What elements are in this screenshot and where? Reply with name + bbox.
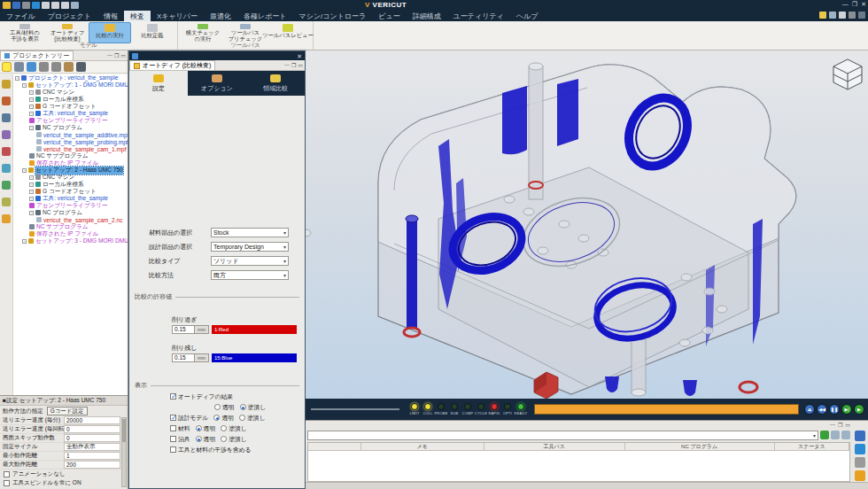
menu-2[interactable]: 情報 <box>97 11 124 22</box>
radio-button[interactable] <box>196 425 202 431</box>
expander-icon[interactable]: - <box>22 239 27 244</box>
checkbox[interactable] <box>170 436 176 442</box>
menu-0[interactable]: ファイル <box>0 11 42 22</box>
open-folder-icon[interactable] <box>3 2 11 9</box>
menu-9[interactable]: 詳細構成 <box>407 11 447 22</box>
tree-item[interactable]: vericut_the_sample_probing.mpf <box>13 138 128 145</box>
folder-icon[interactable] <box>2 214 11 223</box>
dialog-ctl-0[interactable]: — <box>284 62 290 68</box>
tab-motion-type[interactable]: 動作方法の指定 <box>3 408 43 415</box>
radio-button[interactable] <box>196 436 202 442</box>
layout-wide-icon[interactable] <box>61 2 69 9</box>
expander-icon[interactable]: - <box>29 211 34 215</box>
radio-button[interactable] <box>214 404 221 410</box>
expander-icon[interactable]: - <box>29 126 34 130</box>
dialog-tab-領域比較[interactable]: 領域比較 <box>246 71 305 96</box>
checkbox[interactable] <box>4 480 10 486</box>
play-button[interactable]: ▶ <box>854 404 864 415</box>
tree-item[interactable]: -NC プログラム <box>13 124 128 131</box>
machine-bank-icon[interactable] <box>14 62 24 72</box>
close-button[interactable]: ✕ <box>861 1 866 8</box>
rewind-button[interactable]: ◀◀ <box>817 404 827 415</box>
filter-icon[interactable] <box>855 457 865 468</box>
graph-icon[interactable] <box>2 181 11 190</box>
settings-value-input[interactable]: 1 <box>64 452 120 460</box>
step-button[interactable]: ▶| <box>841 404 852 415</box>
log-note-icon[interactable] <box>855 470 865 481</box>
radio-button[interactable] <box>239 415 245 421</box>
menu-5[interactable]: 最適化 <box>204 11 237 22</box>
radio-button[interactable] <box>221 425 227 431</box>
menu-1[interactable]: プロジェクト <box>42 11 97 22</box>
3d-viewport[interactable] <box>306 50 868 399</box>
refresh-icon[interactable] <box>820 431 829 439</box>
tolerance-color-swatch[interactable]: 1:Red <box>212 325 297 334</box>
sticky-note-icon[interactable] <box>819 12 826 19</box>
ribbon-button-toolpath-review[interactable]: ツールパスレビュー <box>267 22 309 43</box>
logger-ctl-0[interactable]: — <box>830 422 835 428</box>
tolerance-color-swatch[interactable]: 15:Blue <box>212 353 297 362</box>
checkbox[interactable] <box>170 415 176 421</box>
field-select-0[interactable]: Stock▾ <box>211 228 289 237</box>
gears-icon[interactable] <box>2 130 11 139</box>
tree-ctl-0[interactable]: — <box>107 52 112 58</box>
expander-icon[interactable]: - <box>29 190 34 194</box>
settings-value-input[interactable]: 200 <box>64 461 120 469</box>
save-view-icon[interactable] <box>855 431 865 441</box>
ribbon-button-toolpath-precheck[interactable]: ツールパスプリチェック <box>224 22 267 43</box>
tool-icon[interactable] <box>2 164 11 173</box>
ribbon-button-auto-diff[interactable]: オートディフ(比較検査) <box>46 22 89 43</box>
layout-single-icon[interactable] <box>42 2 50 9</box>
tree-item[interactable]: -NC プログラム <box>13 209 128 216</box>
radio-button[interactable] <box>213 415 220 421</box>
search-icon[interactable] <box>829 12 836 19</box>
pencil-icon[interactable] <box>2 80 11 89</box>
logger-filter-combo[interactable]: ▾ <box>307 431 818 440</box>
pause-button[interactable]: ❚❚ <box>829 404 840 415</box>
collapse-ribbon-icon[interactable] <box>858 12 865 19</box>
settings-value-input[interactable]: 0 <box>64 434 120 442</box>
settings-value-input[interactable]: 20000 <box>64 416 120 424</box>
report-icon[interactable] <box>2 147 11 156</box>
help-icon[interactable] <box>839 12 846 19</box>
radio-button[interactable] <box>221 436 227 442</box>
tree-item[interactable]: vericut_the_sample_additive.mpf <box>13 131 128 138</box>
stop-button[interactable]: ⏏ <box>804 404 815 415</box>
minimize-button[interactable]: — <box>842 1 849 8</box>
speed-slider[interactable] <box>311 408 399 410</box>
checkbox[interactable] <box>170 425 176 431</box>
tab-gcode-settings[interactable]: Gコード設定 <box>47 407 88 415</box>
menu-8[interactable]: ビュー <box>372 11 406 22</box>
expander-icon[interactable]: - <box>29 97 34 102</box>
settings-scrollbar[interactable] <box>121 417 127 487</box>
menu-11[interactable]: ヘルプ <box>510 11 545 22</box>
field-select-3[interactable]: 両方▾ <box>211 270 289 280</box>
checkbox[interactable] <box>170 446 176 453</box>
expander-icon[interactable]: - <box>29 175 34 180</box>
ribbon-button-tool-stock-collision[interactable]: 工具/材料の干渉を表示 <box>4 22 46 43</box>
monitor-icon[interactable] <box>2 113 11 122</box>
export-icon[interactable] <box>64 62 74 72</box>
lock-icon[interactable] <box>2 97 11 105</box>
menu-4[interactable]: Xキャリパー <box>151 11 204 22</box>
layout-split-icon[interactable] <box>51 2 59 9</box>
tree-item[interactable]: -セットアップ: 3 - DMG MORI DMU50 <box>13 237 128 244</box>
settings-value-input[interactable]: 全動作表示 <box>64 443 120 451</box>
search-binoculars-icon[interactable] <box>76 62 86 72</box>
info-icon[interactable] <box>32 2 40 9</box>
expander-icon[interactable]: - <box>22 83 27 88</box>
restore-button[interactable]: ❐ <box>852 1 857 8</box>
ribbon-button-syntax-check[interactable]: 構文チェックの実行 <box>182 22 224 43</box>
checkbox[interactable] <box>170 393 176 400</box>
components-icon[interactable] <box>27 62 36 72</box>
edit-highlight-icon[interactable] <box>2 62 12 72</box>
save-icon[interactable] <box>12 2 20 9</box>
menu-7[interactable]: マシン/コントローラ <box>293 11 373 22</box>
notes-icon[interactable] <box>2 198 11 206</box>
expander-icon[interactable]: - <box>15 76 19 81</box>
checkbox[interactable] <box>4 471 10 477</box>
tolerance-value-input[interactable]: 0.15 <box>172 353 195 362</box>
expander-icon[interactable]: - <box>29 90 34 95</box>
redo-icon[interactable] <box>51 62 61 72</box>
expander-icon[interactable]: - <box>29 105 34 109</box>
